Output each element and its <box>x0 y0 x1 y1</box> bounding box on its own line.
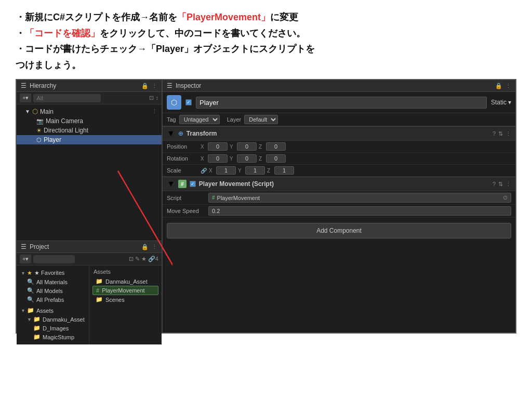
hierarchy-item-directional-light[interactable]: ☀ Directional Light <box>17 126 162 135</box>
layer-select[interactable]: Default <box>244 115 278 124</box>
transform-more-icon[interactable]: ⋮ <box>506 130 511 137</box>
rx-label: X <box>201 156 207 162</box>
z-label: Z <box>259 144 265 150</box>
magicstump-item[interactable]: 📁 MagicStump <box>17 332 89 341</box>
more-icon: ⋮ <box>152 83 157 89</box>
script-collapse-arrow[interactable]: ▼ <box>167 179 175 189</box>
script-value-text: PlayerMovement <box>217 195 260 201</box>
hierarchy-item-main-camera[interactable]: 📷 Main Camera <box>17 116 162 126</box>
transform-settings-icon[interactable]: ⇅ <box>498 130 503 137</box>
position-z-input[interactable] <box>266 142 286 151</box>
dimages-item[interactable]: 📁 D_Images <box>17 324 89 332</box>
rotation-z-field: Z <box>259 154 286 163</box>
project-title: Project <box>30 243 49 250</box>
hierarchy-item-player[interactable]: ⬡ Player <box>17 135 162 144</box>
rotation-fields: X Y Z <box>201 154 511 163</box>
object-name-field[interactable] <box>196 97 487 109</box>
rotation-y-input[interactable] <box>237 154 257 163</box>
hierarchy-item-main[interactable]: ▼ ⬡ Main ⋮ <box>17 107 162 116</box>
danmaku-asset-item[interactable]: 📁 Danmaku_Asset <box>92 277 158 286</box>
hierarchy-search-input[interactable] <box>33 94 101 102</box>
object-icon: ⬡ <box>167 95 181 110</box>
static-label: Static ▾ <box>491 99 511 106</box>
rz-label: Z <box>259 156 265 162</box>
assets-arrow: ▼ <box>21 308 25 313</box>
position-x-input[interactable] <box>208 142 228 151</box>
favorites-item[interactable]: ▼ ★ ★ Favorites <box>17 269 89 277</box>
position-y-input[interactable] <box>237 142 257 151</box>
tag-layer-row: Tag Untagged Layer Default <box>163 113 515 126</box>
add-project-button[interactable]: +▾ <box>20 255 31 263</box>
assets-tree-item[interactable]: ▼ 📁 Assets <box>17 306 89 315</box>
move-speed-value[interactable]: 0.2 <box>208 206 511 216</box>
script-field-row: Script # PlayerMovement ⊙ <box>163 191 515 205</box>
script-active-checkbox[interactable]: ✓ <box>190 181 196 187</box>
instructions-text: ・新規にC#スクリプトを作成→名前を「PlayerMovement」に変更 ・「… <box>0 0 532 79</box>
static-dropdown-arrow[interactable]: ▾ <box>508 99 511 106</box>
lock-icon: 🔒 <box>141 83 149 89</box>
scale-x-input[interactable] <box>216 166 236 175</box>
scenes-label: Scenes <box>105 297 125 303</box>
all-models-label: All Models <box>36 288 63 294</box>
hierarchy-header: ☰ Hierarchy 🔒 ⋮ <box>17 80 162 92</box>
rotation-x-input[interactable] <box>208 154 228 163</box>
rotation-z-input[interactable] <box>266 154 286 163</box>
transform-help-icon[interactable]: ? <box>493 130 496 137</box>
move-speed-row: Move Speed 0.2 <box>163 205 515 218</box>
camera-icon: 📷 <box>36 118 44 125</box>
scale-y-input[interactable] <box>245 166 265 175</box>
rotation-row: Rotation X Y Z <box>163 153 515 165</box>
project-assets: Assets 📁 Danmaku_Asset # PlayerMovement … <box>89 265 162 344</box>
hierarchy-item-main-label: Main <box>40 108 54 115</box>
project-search-input[interactable] <box>33 255 75 263</box>
assets-panel-label: Assets <box>92 269 158 275</box>
hierarchy-item-player-label: Player <box>44 136 61 143</box>
transform-header: ▼ ⊕ Transform ? ⇅ ⋮ <box>163 126 515 141</box>
script-field-label: Script <box>167 195 208 201</box>
light-icon: ☀ <box>36 127 42 134</box>
project-body: ▼ ★ ★ Favorites 🔍 All Materials 🔍 All Mo… <box>17 265 162 344</box>
script-ref-icon: # <box>212 195 215 201</box>
all-materials-item[interactable]: 🔍 All Materials <box>17 277 89 286</box>
hierarchy-panel: ☰ Hierarchy 🔒 ⋮ +▾ ⊡ ↕ ▼ ⬡ Main <box>17 80 162 241</box>
script-help-icon[interactable]: ? <box>493 181 496 188</box>
scale-fields: X Y Z <box>209 166 511 175</box>
player-icon: ⬡ <box>36 137 42 143</box>
x-label: X <box>201 144 207 150</box>
position-y-field: Y <box>230 142 257 151</box>
script-field-value[interactable]: # PlayerMovement ⊙ <box>208 193 511 203</box>
script-icon-box: # <box>178 180 187 188</box>
tag-select[interactable]: Untagged <box>179 115 220 124</box>
all-prefabs-item[interactable]: 🔍 All Prefabs <box>17 295 89 304</box>
script-hash-icon: # <box>96 287 99 294</box>
inspector-content: ⬡ ✓ Static ▾ Tag Untagged Layer Default <box>163 92 515 332</box>
project-panel: ☰ Project 🔒 ⋮ +▾ ⊡ ✎ ★ 🔗4 ▼ ★ <box>17 241 162 344</box>
all-models-item[interactable]: 🔍 All Models <box>17 286 89 295</box>
left-panel: ☰ Hierarchy 🔒 ⋮ +▾ ⊡ ↕ ▼ ⬡ Main <box>17 80 162 332</box>
dimages-label: D_Images <box>43 325 69 331</box>
object-active-checkbox[interactable]: ✓ <box>185 99 192 105</box>
danmaku-tree-item[interactable]: ▼ 📁 Danmaku_Asset <box>17 315 89 324</box>
scale-z-input[interactable] <box>274 166 294 175</box>
favorites-label: ★ Favorites <box>34 270 64 276</box>
danmaku-asset-label: Danmaku_Asset <box>105 278 148 285</box>
inspector-header: ☰ Inspector 🔒 ⋮ <box>163 80 515 92</box>
position-z-field: Z <box>259 142 286 151</box>
script-settings-icon[interactable]: ⇅ <box>498 181 503 188</box>
layer-label: Layer <box>227 116 242 123</box>
assets-tree-label: Assets <box>36 308 54 314</box>
add-component-button[interactable]: Add Component <box>167 223 511 238</box>
hierarchy-item-main-camera-label: Main Camera <box>46 117 83 125</box>
scale-label: Scale <box>167 167 201 174</box>
transform-collapse-arrow[interactable]: ▼ <box>167 129 175 138</box>
line4: つけましょう。 <box>16 60 81 70</box>
rotation-x-field: X <box>201 154 228 163</box>
line2-pre: ・ <box>16 28 25 38</box>
line3: ・コードが書けたらチェック→「Player」オブジェクトにスクリプトを <box>16 44 315 54</box>
add-hierarchy-button[interactable]: +▾ <box>20 94 31 102</box>
inspector-menu-icon: ☰ <box>167 82 172 89</box>
player-movement-asset-item[interactable]: # PlayerMovement <box>92 286 158 295</box>
scenes-asset-item[interactable]: 📁 Scenes <box>92 295 158 304</box>
target-icon[interactable]: ⊙ <box>503 194 508 201</box>
script-more-icon[interactable]: ⋮ <box>506 181 511 188</box>
